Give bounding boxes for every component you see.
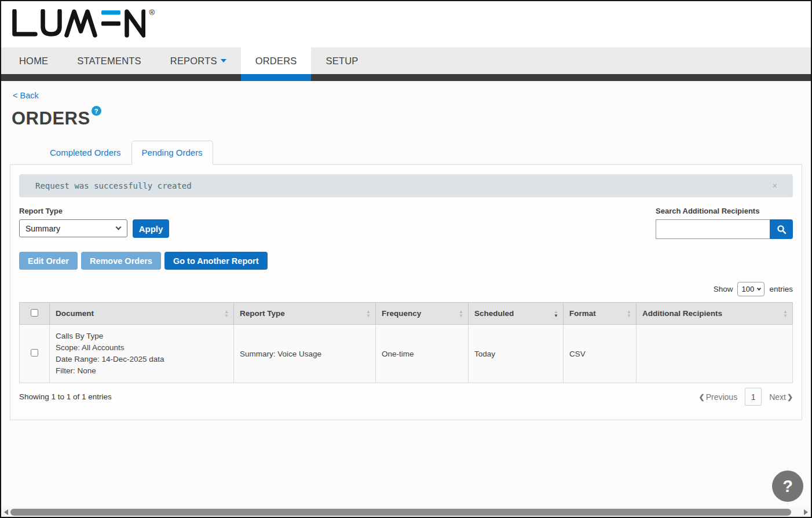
format-cell: CSV	[564, 325, 637, 383]
table-row: Calls By Type Scope: All Accounts Date R…	[20, 325, 793, 383]
select-all-checkbox[interactable]	[31, 309, 38, 317]
nav-item-orders[interactable]: ORDERS	[241, 47, 312, 74]
entries-count-value: 100	[741, 285, 754, 293]
pending-orders-table: Document ▲▼ Report Type ▲▼ Frequency ▲▼	[19, 302, 793, 383]
column-label: Format	[569, 309, 596, 318]
nav-label: STATEMENTS	[77, 56, 141, 67]
page-content: < Back ORDERS? Completed Orders Pending …	[1, 81, 811, 516]
show-entries-control: Show 100 entries	[19, 282, 793, 296]
browser-window: ® HOME STATEMENTS REPORTS ORDERS SETUP <…	[0, 0, 812, 518]
search-button[interactable]	[770, 219, 793, 239]
column-header-report-type[interactable]: Report Type ▲▼	[234, 303, 376, 325]
tab-pending-orders[interactable]: Pending Orders	[131, 141, 213, 165]
chevron-down-icon	[116, 225, 122, 230]
column-header-format[interactable]: Format ▲▼	[564, 303, 637, 325]
column-label: Report Type	[240, 309, 285, 318]
main-nav: HOME STATEMENTS REPORTS ORDERS SETUP	[1, 47, 811, 74]
nav-label: HOME	[19, 56, 48, 67]
chevron-down-icon	[221, 59, 226, 63]
remove-orders-button[interactable]: Remove Orders	[81, 252, 161, 270]
lumen-logo: ®	[11, 9, 145, 41]
search-recipients-label: Search Additional Recipients	[656, 207, 793, 215]
nav-label: ORDERS	[255, 56, 297, 67]
horizontal-scrollbar[interactable]	[1, 508, 811, 517]
lumen-wordmark-graphic	[11, 9, 145, 38]
report-type-group: Report Type Summary Apply	[19, 207, 169, 239]
apply-button[interactable]: Apply	[133, 219, 169, 238]
showing-entries-text: Showing 1 to 1 of 1 entries	[19, 392, 112, 401]
filters-row: Report Type Summary Apply Search Additio…	[19, 207, 793, 239]
edit-order-button[interactable]: Edit Order	[19, 252, 78, 270]
pending-orders-panel: Request was successfully created ✕ Repor…	[10, 164, 802, 420]
pagination: ❮ Previous 1 Next ❯	[699, 388, 793, 406]
table-footer: Showing 1 to 1 of 1 entries ❮ Previous 1…	[19, 388, 793, 406]
scroll-left-arrow-icon[interactable]	[4, 509, 8, 515]
chevron-right-icon: ❯	[787, 393, 793, 401]
scroll-right-arrow-icon[interactable]	[804, 509, 808, 515]
entries-label: entries	[769, 285, 793, 293]
table-header-row: Document ▲▼ Report Type ▲▼ Frequency ▲▼	[20, 303, 793, 325]
row-checkbox[interactable]	[31, 349, 38, 357]
column-label: Frequency	[382, 309, 421, 318]
select-all-header	[20, 303, 50, 325]
report-type-label: Report Type	[19, 207, 169, 215]
search-icon	[777, 225, 787, 234]
nav-item-statements[interactable]: STATEMENTS	[63, 47, 155, 74]
column-label: Document	[56, 309, 94, 318]
additional-recipients-cell	[637, 325, 793, 383]
orders-tabs: Completed Orders Pending Orders	[39, 141, 811, 164]
back-link[interactable]: < Back	[13, 91, 39, 100]
row-select-cell	[20, 325, 50, 383]
nav-item-reports[interactable]: REPORTS	[156, 47, 241, 74]
report-type-cell: Summary: Voice Usage	[234, 325, 376, 383]
page-title: ORDERS	[12, 108, 90, 128]
report-type-selected-value: Summary	[25, 224, 60, 233]
nav-item-setup[interactable]: SETUP	[311, 47, 372, 74]
sort-desc-icon: ▲▼	[554, 310, 558, 318]
column-header-additional-recipients[interactable]: Additional Recipients ▲▼	[637, 303, 793, 325]
page-help-icon[interactable]: ?	[92, 106, 101, 116]
search-recipients-input[interactable]	[656, 219, 770, 239]
next-label: Next	[769, 392, 786, 402]
column-header-document[interactable]: Document ▲▼	[50, 303, 234, 325]
page-number-button[interactable]: 1	[745, 388, 762, 406]
sort-icon: ▲▼	[783, 310, 788, 318]
document-filter: Filter: None	[56, 365, 228, 377]
column-header-scheduled[interactable]: Scheduled ▲▼	[469, 303, 564, 325]
document-title: Calls By Type	[56, 330, 228, 342]
column-header-frequency[interactable]: Frequency ▲▼	[376, 303, 469, 325]
previous-label: Previous	[706, 392, 737, 402]
nav-item-home[interactable]: HOME	[5, 47, 63, 74]
sort-icon: ▲▼	[459, 310, 463, 318]
document-scope: Scope: All Accounts	[56, 342, 228, 354]
document-cell: Calls By Type Scope: All Accounts Date R…	[50, 325, 234, 383]
document-date-range: Date Range: 14-Dec-2025 data	[56, 354, 228, 365]
success-alert: Request was successfully created ✕	[19, 174, 793, 197]
tab-completed-orders[interactable]: Completed Orders	[39, 141, 131, 165]
entries-count-select[interactable]: 100	[737, 282, 765, 296]
nav-label: REPORTS	[170, 56, 217, 67]
nav-underline-stripe	[1, 74, 811, 81]
sort-icon: ▲▼	[627, 310, 631, 318]
show-label: Show	[714, 285, 733, 293]
sort-icon: ▲▼	[366, 310, 371, 318]
scheduled-cell: Today	[469, 325, 564, 383]
registered-mark: ®	[149, 8, 155, 17]
frequency-cell: One-time	[376, 325, 469, 383]
scrollbar-thumb[interactable]	[10, 509, 791, 516]
previous-page-button[interactable]: ❮ Previous	[699, 392, 738, 402]
column-label: Additional Recipients	[642, 309, 722, 318]
chevron-down-icon	[757, 286, 761, 291]
order-actions: Edit Order Remove Orders Go to Another R…	[19, 252, 793, 270]
sort-icon: ▲▼	[224, 310, 229, 318]
next-page-button[interactable]: Next ❯	[769, 392, 793, 402]
report-type-select[interactable]: Summary	[19, 219, 127, 237]
close-icon[interactable]: ✕	[773, 181, 777, 190]
title-row: ORDERS?	[12, 108, 811, 129]
chevron-left-icon: ❮	[699, 393, 705, 401]
help-fab-button[interactable]: ?	[772, 471, 803, 502]
nav-label: SETUP	[325, 56, 358, 67]
alert-message: Request was successfully created	[35, 181, 192, 190]
column-label: Scheduled	[474, 309, 514, 318]
go-to-another-report-button[interactable]: Go to Another Report	[164, 252, 268, 270]
